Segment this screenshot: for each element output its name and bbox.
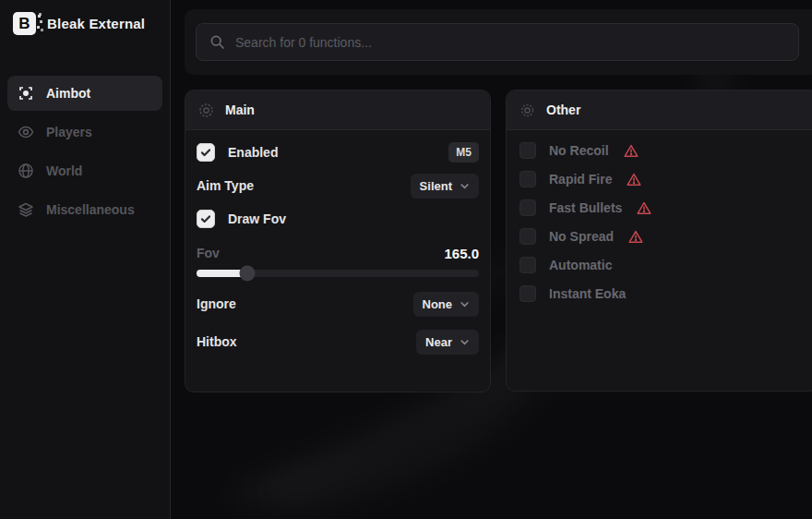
main-panel-header: Main	[185, 91, 490, 130]
sidebar-nav: Aimbot Players World Miscellaneous	[0, 68, 170, 235]
sidebar-item-world[interactable]: World	[7, 153, 162, 188]
check-icon	[200, 147, 211, 158]
search-placeholder: Search for 0 functions...	[235, 35, 372, 50]
other-panel: Other No Recoil Rapid Fire Fast Bullets	[506, 90, 812, 392]
eye-icon	[18, 124, 34, 140]
fov-slider[interactable]	[197, 270, 479, 277]
sidebar-item-miscellaneous[interactable]: Miscellaneous	[7, 192, 162, 227]
sidebar-item-aimbot[interactable]: Aimbot	[7, 76, 162, 111]
toggle-rapid-fire: Rapid Fire	[519, 171, 806, 187]
aim-type-label: Aim Type	[197, 178, 254, 193]
no-recoil-checkbox[interactable]	[519, 142, 536, 159]
main-panel-body: Enabled M5 Aim Type Silent Draw Fov Fov …	[185, 130, 490, 368]
enabled-label: Enabled	[228, 145, 278, 160]
hitbox-label: Hitbox	[197, 334, 237, 349]
sidebar-item-players[interactable]: Players	[7, 115, 162, 150]
toggle-no-recoil: No Recoil	[519, 142, 806, 159]
app-brand: B Bleak External	[0, 0, 170, 52]
sidebar-item-label: Aimbot	[46, 86, 90, 101]
draw-fov-row: Draw Fov	[197, 207, 479, 231]
toggle-automatic: Automatic	[519, 257, 806, 273]
enabled-checkbox[interactable]	[197, 143, 215, 162]
enabled-row: Enabled M5	[197, 140, 479, 164]
toggle-instant-eoka: Instant Eoka	[519, 285, 806, 302]
other-panel-header: Other	[507, 91, 812, 130]
crosshair-icon	[18, 85, 34, 102]
warning-icon	[637, 201, 651, 215]
fov-slider-handle[interactable]	[240, 266, 256, 282]
keybind-badge[interactable]: M5	[448, 142, 479, 163]
globe-icon	[18, 163, 34, 179]
other-panel-title: Other	[546, 103, 580, 117]
aim-type-dropdown[interactable]: Silent	[411, 174, 479, 199]
sidebar-item-label: World	[46, 163, 82, 178]
search-input[interactable]: Search for 0 functions...	[196, 23, 799, 61]
rapid-fire-label: Rapid Fire	[549, 172, 612, 187]
warning-icon	[628, 230, 643, 244]
disc-icon	[198, 103, 214, 118]
sidebar-item-label: Miscellaneous	[46, 202, 135, 217]
aim-type-value: Silent	[420, 179, 452, 193]
search-bar-container: Search for 0 functions...	[185, 9, 812, 75]
hitbox-value: Near	[425, 335, 452, 349]
instant-eoka-label: Instant Eoka	[549, 286, 626, 301]
hitbox-row: Hitbox Near	[197, 330, 479, 354]
toggle-fast-bullets: Fast Bullets	[519, 199, 806, 216]
chevron-down-icon	[460, 181, 470, 191]
fov-value: 165.0	[444, 246, 479, 261]
app-title: Bleak External	[47, 16, 145, 31]
fov-label: Fov	[197, 246, 220, 260]
sidebar-item-label: Players	[46, 125, 92, 139]
automatic-label: Automatic	[549, 258, 612, 272]
ignore-dropdown[interactable]: None	[413, 292, 480, 317]
fast-bullets-label: Fast Bullets	[549, 200, 622, 215]
automatic-checkbox[interactable]	[519, 257, 536, 273]
aim-type-row: Aim Type Silent	[197, 174, 479, 198]
warning-icon	[624, 144, 639, 158]
no-spread-checkbox[interactable]	[519, 228, 536, 245]
gear-icon	[519, 103, 535, 118]
chevron-down-icon	[460, 299, 470, 309]
instant-eoka-checkbox[interactable]	[519, 285, 536, 302]
main-panel-title: Main	[225, 103, 255, 117]
layers-icon	[18, 201, 34, 218]
fov-row: Fov 165.0	[197, 244, 479, 262]
check-icon	[200, 213, 211, 224]
chevron-down-icon	[460, 337, 470, 347]
hitbox-dropdown[interactable]: Near	[416, 330, 479, 355]
warning-icon	[627, 173, 641, 187]
ignore-row: Ignore None	[197, 292, 479, 316]
app-logo-icon: B	[13, 12, 36, 35]
sidebar: B Bleak External Aimbot Players World	[0, 0, 171, 519]
draw-fov-label: Draw Fov	[228, 211, 286, 226]
draw-fov-checkbox[interactable]	[197, 210, 215, 228]
no-spread-label: No Spread	[549, 229, 614, 244]
no-recoil-label: No Recoil	[549, 143, 609, 158]
other-panel-list: No Recoil Rapid Fire Fast Bullets No Spr…	[507, 130, 812, 314]
toggle-no-spread: No Spread	[519, 228, 806, 245]
rapid-fire-checkbox[interactable]	[519, 171, 536, 187]
search-icon	[209, 34, 225, 50]
ignore-label: Ignore	[197, 296, 236, 311]
main-panel: Main Enabled M5 Aim Type Silent	[185, 90, 491, 392]
ignore-value: None	[423, 297, 453, 311]
fast-bullets-checkbox[interactable]	[519, 199, 536, 216]
